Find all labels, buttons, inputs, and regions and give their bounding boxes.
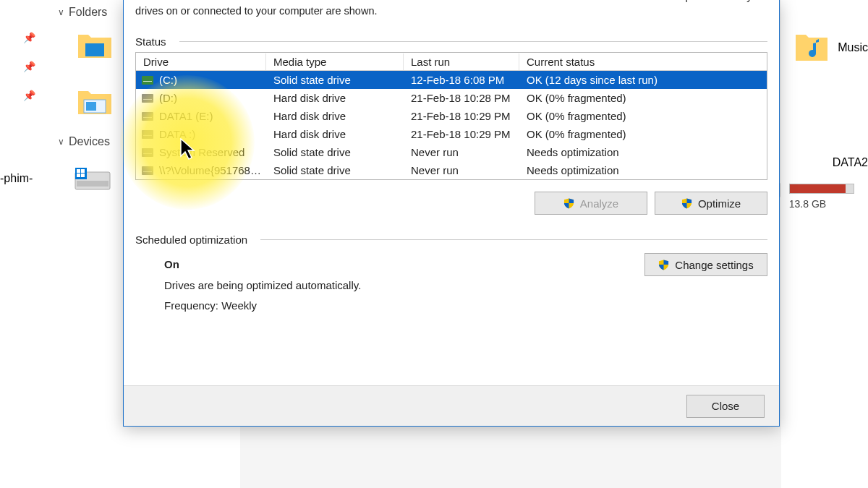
analyze-button[interactable]: Analyze — [535, 192, 647, 215]
change-settings-label: Change settings — [675, 259, 753, 271]
svg-rect-2 — [86, 102, 96, 111]
pin-icon: 📌 — [23, 32, 35, 43]
optimize-label: Optimize — [698, 197, 741, 210]
optimize-button[interactable]: Optimize — [655, 192, 767, 215]
last-run-cell: 21-Feb-18 10:29 PM — [404, 127, 519, 142]
divider — [179, 41, 767, 42]
col-media[interactable]: Media type — [266, 53, 404, 70]
pin-icon: 📌 — [23, 90, 35, 101]
chevron-down-icon: ∨ — [52, 137, 64, 147]
change-settings-button[interactable]: Change settings — [644, 253, 767, 276]
drive-row[interactable]: DATA1 (E:)Hard disk drive21-Feb-18 10:29… — [136, 107, 767, 125]
drive-icon — [142, 76, 153, 85]
col-last-run[interactable]: Last run — [404, 53, 519, 70]
folders-label: Folders — [69, 6, 107, 19]
optimize-drives-dialog: you can optimize your drives to help you… — [123, 0, 780, 427]
media-type-cell: Hard disk drive — [266, 127, 404, 142]
last-run-cell: 12-Feb-18 6:08 PM — [404, 72, 519, 87]
drive-name: DATA1 (E:) — [159, 110, 213, 122]
uac-shield-icon — [658, 259, 669, 270]
svg-rect-7 — [81, 169, 85, 173]
folder-desktop-icon[interactable] — [77, 32, 113, 61]
drive-row[interactable]: \\?\Volume{951768…Solid state driveNever… — [136, 161, 767, 179]
svg-rect-9 — [81, 174, 85, 177]
music-folder-item[interactable]: Music — [794, 30, 868, 65]
drive-icon — [142, 148, 153, 157]
media-type-cell: Hard disk drive — [266, 90, 404, 106]
dialog-intro-text: you can optimize your drives to help you… — [124, 0, 779, 25]
col-drive[interactable]: Drive — [136, 53, 266, 70]
drive-icon — [142, 166, 153, 175]
scheduled-section-label: Scheduled optimization — [135, 234, 247, 246]
drive-row[interactable]: System ReservedSolid state driveNever ru… — [136, 143, 767, 161]
current-status-cell: OK (0% fragmented) — [519, 108, 751, 124]
close-button[interactable]: Close — [686, 395, 765, 418]
drive-name: DATA :) — [159, 128, 195, 140]
music-label: Music — [838, 41, 868, 54]
devices-group-header[interactable]: ∨ Devices — [52, 134, 110, 150]
svg-rect-8 — [77, 174, 80, 177]
col-status[interactable]: Current status — [519, 53, 751, 70]
schedule-state: On — [164, 254, 361, 275]
drive-name-cell: (C:) — [136, 72, 266, 87]
explorer-content-right: Music DATA2 13.8 GB — [781, 0, 868, 488]
last-run-cell: Never run — [404, 163, 519, 178]
current-status-cell: OK (0% fragmented) — [519, 90, 751, 106]
chevron-down-icon: ∨ — [52, 7, 64, 17]
drive-name-cell: (D:) — [136, 90, 266, 106]
drive-row[interactable]: (C:)Solid state drive12-Feb-18 6:08 PMOK… — [136, 71, 767, 89]
devices-label: Devices — [69, 135, 110, 148]
close-label: Close — [712, 400, 739, 412]
media-type-cell: Solid state drive — [266, 163, 404, 178]
drive-name-cell: DATA :) — [136, 127, 266, 142]
folder-pictures-icon[interactable] — [77, 88, 113, 117]
dialog-footer: Close — [124, 385, 779, 426]
drive-row[interactable]: DATA :)Hard disk drive21-Feb-18 10:29 PM… — [136, 125, 767, 143]
last-run-cell: Never run — [404, 145, 519, 160]
media-type-cell: Solid state drive — [266, 72, 404, 87]
media-type-cell: Hard disk drive — [266, 108, 404, 124]
svg-rect-6 — [77, 169, 80, 173]
drive-row[interactable]: (D:)Hard disk drive21-Feb-18 10:28 PMOK … — [136, 89, 767, 107]
drive-icon — [142, 94, 153, 103]
drive-icon — [142, 130, 153, 139]
last-run-cell: 21-Feb-18 10:29 PM — [404, 108, 519, 124]
drives-listview[interactable]: Drive Media type Last run Current status… — [135, 52, 767, 180]
current-status-cell: Needs optimization — [519, 145, 751, 160]
folders-group-header[interactable]: ∨ Folders — [52, 4, 107, 20]
music-folder-icon — [794, 30, 829, 65]
divider — [260, 239, 767, 240]
listview-header[interactable]: Drive Media type Last run Current status — [136, 53, 767, 71]
os-drive-icon[interactable] — [74, 166, 111, 194]
last-run-cell: 21-Feb-18 10:28 PM — [404, 90, 519, 106]
drive-name-cell: DATA1 (E:) — [136, 108, 266, 124]
current-status-cell: Needs optimization — [519, 163, 751, 178]
drive-icon — [142, 112, 153, 121]
data2-drive-item[interactable]: DATA2 13.8 GB — [833, 156, 868, 169]
drive-name: \\?\Volume{951768… — [159, 164, 261, 176]
drive-name: (D:) — [159, 92, 177, 104]
schedule-frequency: Frequency: Weekly — [164, 296, 361, 317]
current-status-cell: OK (12 days since last run) — [519, 72, 751, 87]
schedule-desc: Drives are being optimized automatically… — [164, 275, 361, 296]
media-type-cell: Solid state drive — [266, 145, 404, 160]
pin-icon: 📌 — [23, 61, 35, 72]
svg-rect-0 — [85, 43, 104, 56]
drive-name-cell: System Reserved — [136, 145, 266, 160]
uac-shield-icon — [681, 197, 692, 209]
current-status-cell: OK (0% fragmented) — [519, 127, 751, 142]
data2-label: DATA2 — [833, 156, 868, 168]
drive-name-cell: \\?\Volume{951768… — [136, 163, 266, 178]
svg-rect-4 — [77, 181, 109, 187]
data2-size: 13.8 GB — [789, 198, 826, 210]
sidebar-item-label[interactable]: -phim- — [0, 172, 33, 185]
uac-shield-icon — [563, 197, 574, 209]
status-section-label: Status — [135, 35, 166, 48]
drive-name: (C:) — [159, 74, 177, 86]
capacity-bar — [789, 184, 854, 194]
drive-name: System Reserved — [159, 146, 244, 158]
analyze-label: Analyze — [580, 197, 618, 210]
